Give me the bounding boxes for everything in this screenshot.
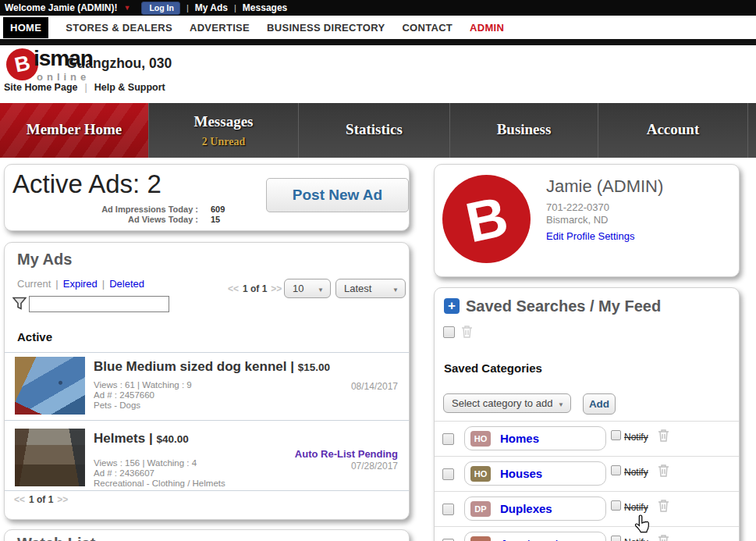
category-select[interactable]: Select category to add <box>443 393 571 413</box>
select-all-checkbox[interactable] <box>443 326 455 338</box>
impressions-label: Ad Impressions Today : <box>12 205 198 214</box>
site-header: Guangzhou, 030 B isman online Site Home … <box>0 45 756 103</box>
ad-status-badge: Auto Re-List Pending <box>295 448 398 460</box>
expand-plus-icon[interactable] <box>444 298 460 314</box>
facebook-login-button[interactable]: Log In <box>141 2 180 15</box>
logo-text[interactable]: isman <box>34 46 93 71</box>
main-nav: HOME STORES & DEALERS ADVERTISE BUSINESS… <box>0 16 756 39</box>
watch-list-panel: Watch List <box>4 529 410 541</box>
category-badge: HO <box>470 466 491 482</box>
tabbar-filler <box>747 103 756 158</box>
pager-next-icon[interactable]: >> <box>271 283 282 294</box>
notify-label: Notify <box>624 502 648 513</box>
notify-checkbox[interactable] <box>611 536 621 541</box>
nav-item-home[interactable]: HOME <box>3 17 48 38</box>
active-ads-panel: Active Ads: 2 Ad Impressions Today : 609… <box>4 164 410 231</box>
top-link-messages[interactable]: Messages <box>243 2 287 13</box>
category-link[interactable]: Homes <box>500 432 539 445</box>
nav-item-advertise[interactable]: ADVERTISE <box>190 22 250 34</box>
add-category-button[interactable]: Add <box>583 393 616 415</box>
ad-state-filters: Current | Expired | Deleted <box>17 278 144 290</box>
notify-checkbox[interactable] <box>611 430 621 440</box>
ad-row: Blue Medium sized dog kennel | $15.00 Vi… <box>5 355 409 424</box>
category-row: HO Houses Notify <box>435 457 739 492</box>
ad-title[interactable]: Blue Medium sized dog kennel | $15.00 <box>94 359 330 375</box>
tab-business[interactable]: Business <box>449 103 598 158</box>
trash-icon[interactable] <box>658 429 669 442</box>
nav-item-admin[interactable]: ADMIN <box>470 22 504 34</box>
category-badge: AP <box>470 536 491 541</box>
pager-label: 1 of 1 <box>243 283 267 294</box>
edit-profile-link[interactable]: Edit Profile Settings <box>546 230 634 242</box>
category-link[interactable]: Duplexes <box>500 502 552 515</box>
divider <box>5 352 409 353</box>
divider <box>5 420 409 421</box>
top-link-my-ads[interactable]: My Ads <box>195 2 228 13</box>
my-ads-panel: My Ads Current | Expired | Deleted << 1 … <box>4 242 410 520</box>
profile-name: Jamie (ADMIN) <box>546 176 663 197</box>
profile-avatar[interactable]: B <box>442 175 531 263</box>
divider: | <box>186 3 189 12</box>
category-name-box[interactable]: AP Apartments <box>464 532 606 541</box>
ad-thumbnail[interactable] <box>15 429 85 486</box>
site-home-page-link[interactable]: Site Home Page <box>4 82 77 93</box>
nav-item-stores-dealers[interactable]: STORES & DEALERS <box>66 22 172 34</box>
tab-member-home[interactable]: Member Home <box>0 103 148 158</box>
notify-checkbox[interactable] <box>611 465 621 475</box>
ad-row: Helmets | $40.00 Auto Re-List Pending 07… <box>5 424 409 493</box>
chevron-down-icon[interactable]: ▼ <box>123 4 130 12</box>
trash-icon[interactable] <box>658 464 669 477</box>
ad-number: Ad # : 2457660 <box>94 390 154 400</box>
my-ads-title: My Ads <box>17 251 72 269</box>
pager-prev-icon[interactable]: << <box>14 494 25 505</box>
category-name-box[interactable]: HO Houses <box>464 461 606 486</box>
ad-filter-input[interactable] <box>29 296 169 312</box>
post-new-ad-button[interactable]: Post New Ad <box>266 178 409 212</box>
pager-prev-icon[interactable]: << <box>228 283 239 294</box>
trash-icon[interactable] <box>658 534 669 541</box>
ad-price: $40.00 <box>156 433 188 445</box>
pager-label: 1 of 1 <box>29 494 53 505</box>
category-name-box[interactable]: DP Duplexes <box>464 497 606 521</box>
category-link[interactable]: Apartments <box>500 537 565 541</box>
help-support-link[interactable]: Help & Support <box>94 82 165 93</box>
page-size-select[interactable]: 10 <box>284 279 331 298</box>
ad-date: 08/14/2017 <box>351 381 398 392</box>
row-checkbox[interactable] <box>442 504 454 515</box>
profile-phone: 701-222-0370 <box>546 201 609 213</box>
trash-icon[interactable] <box>658 499 669 512</box>
ad-date: 07/28/2017 <box>351 461 398 472</box>
filter-deleted[interactable]: Deleted <box>109 278 144 290</box>
pager-next-icon[interactable]: >> <box>57 494 68 505</box>
sort-select[interactable]: Latest <box>335 279 406 298</box>
notify-label: Notify <box>624 432 648 443</box>
welcome-user-menu[interactable]: Welcome Jamie (ADMIN)! <box>5 2 117 13</box>
pager-bottom: << 1 of 1 >> <box>14 494 68 505</box>
ad-views: Views : 61 | Watching : 9 <box>94 380 192 390</box>
divider <box>5 490 409 491</box>
logo-subtext: online <box>37 71 90 83</box>
tab-messages[interactable]: Messages 2 Unread <box>148 103 298 158</box>
nav-item-contact[interactable]: CONTACT <box>402 22 453 34</box>
filter-funnel-icon[interactable] <box>12 297 27 310</box>
notify-checkbox[interactable] <box>611 500 621 511</box>
views-label: Ad Views Today : <box>12 215 198 224</box>
row-checkbox[interactable] <box>442 468 454 480</box>
header-links: Site Home Page | Help & Support <box>4 82 165 93</box>
nav-item-business-directory[interactable]: BUSINESS DIRECTORY <box>267 22 385 34</box>
tab-statistics[interactable]: Statistics <box>298 103 449 158</box>
row-checkbox[interactable] <box>442 433 454 445</box>
notify-label: Notify <box>624 537 648 541</box>
ad-title[interactable]: Helmets | $40.00 <box>94 431 189 447</box>
filter-current[interactable]: Current <box>17 278 51 290</box>
tab-account[interactable]: Account <box>598 103 747 158</box>
ad-thumbnail[interactable] <box>15 357 85 415</box>
saved-category-list: HO Homes Notify HO Houses Notify <box>435 421 739 541</box>
category-link[interactable]: Houses <box>500 467 542 480</box>
saved-searches-panel: Saved Searches / My Feed Saved Categorie… <box>434 287 740 541</box>
trash-icon[interactable] <box>461 325 473 338</box>
profile-panel: B Jamie (ADMIN) 701-222-0370 Bismarck, N… <box>434 164 740 277</box>
watch-list-title: Watch List <box>17 535 95 541</box>
filter-expired[interactable]: Expired <box>63 278 98 290</box>
category-name-box[interactable]: HO Homes <box>464 426 606 450</box>
